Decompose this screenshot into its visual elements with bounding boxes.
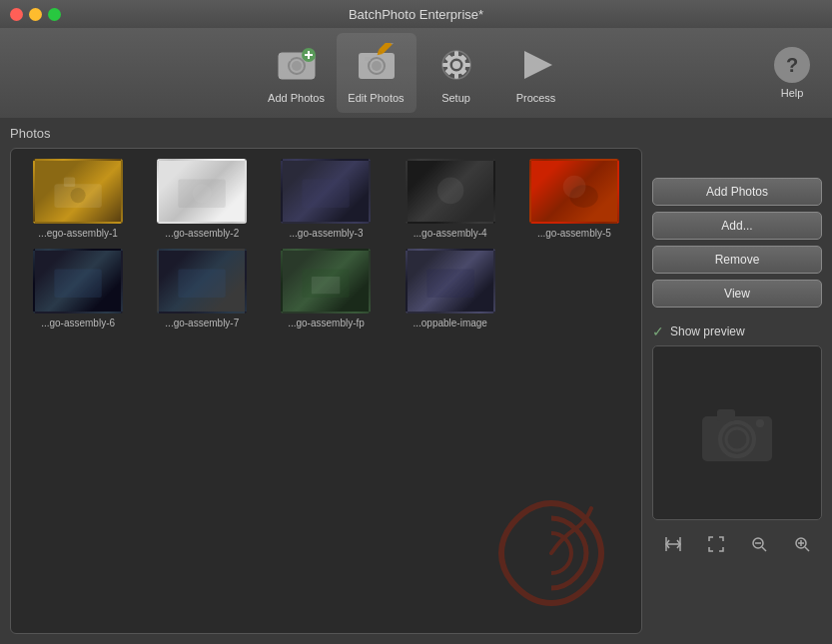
- svg-point-45: [756, 419, 764, 427]
- add-photos-action-button[interactable]: Add Photos: [652, 178, 822, 206]
- photo-thumb-8: [281, 249, 371, 314]
- watermark: [491, 493, 611, 613]
- photo-label-1: ...ego-assembly-1: [38, 228, 117, 239]
- zoom-in-button[interactable]: [788, 530, 816, 558]
- edit-photos-svg: [355, 43, 399, 87]
- toolbar-item-process[interactable]: Process: [496, 33, 576, 113]
- svg-point-33: [436, 178, 463, 205]
- photo-item-9[interactable]: ...oppable-image: [394, 249, 507, 328]
- preview-section: ✓ Show preview: [652, 323, 822, 558]
- main-content: ...ego-assembly-1 ...go-assembly-2 ...go…: [0, 148, 832, 644]
- svg-point-3: [292, 61, 302, 71]
- svg-rect-36: [54, 270, 101, 298]
- add-action-button[interactable]: Add...: [652, 212, 822, 240]
- svg-rect-4: [285, 57, 291, 61]
- process-icon: [513, 42, 559, 88]
- add-photos-icon: [274, 42, 320, 88]
- photos-label: Photos: [10, 126, 50, 141]
- svg-rect-17: [454, 51, 458, 57]
- svg-rect-32: [303, 180, 350, 208]
- photo-item-6[interactable]: ...go-assembly-6: [21, 249, 135, 328]
- edit-photos-label: Edit Photos: [348, 92, 404, 104]
- photo-thumb-3: [281, 159, 371, 224]
- photo-label-4: ...go-assembly-4: [414, 228, 487, 239]
- svg-point-31: [193, 184, 212, 203]
- traffic-lights: [10, 8, 61, 21]
- fit-width-button[interactable]: [659, 530, 687, 558]
- setup-label: Setup: [441, 92, 470, 104]
- photo-item-3[interactable]: ...go-assembly-3: [269, 159, 383, 239]
- svg-rect-37: [179, 270, 226, 298]
- zoom-out-button[interactable]: [745, 530, 773, 558]
- svg-rect-20: [464, 63, 470, 67]
- svg-rect-18: [454, 73, 458, 79]
- photo-item-5[interactable]: ...go-assembly-5: [517, 159, 631, 239]
- process-svg: [514, 43, 558, 87]
- photo-label-5: ...go-assembly-5: [537, 228, 611, 239]
- setup-icon: [433, 42, 479, 88]
- maximize-button[interactable]: [48, 8, 61, 21]
- view-action-button[interactable]: View: [652, 280, 822, 308]
- svg-marker-26: [524, 51, 552, 79]
- minimize-button[interactable]: [29, 8, 42, 21]
- svg-point-35: [563, 176, 586, 199]
- close-button[interactable]: [10, 8, 23, 21]
- svg-rect-19: [442, 63, 448, 67]
- process-label: Process: [516, 92, 556, 104]
- toolbar-item-setup[interactable]: Setup: [416, 33, 496, 113]
- photo-item-4[interactable]: ...go-assembly-4: [394, 159, 507, 239]
- window-title: BatchPhoto Enterprise*: [349, 7, 483, 22]
- photo-thumb-4: [406, 159, 495, 224]
- photos-section-header: Photos: [0, 118, 832, 148]
- svg-rect-40: [426, 270, 473, 298]
- help-label: Help: [781, 87, 804, 99]
- photo-label-9: ...oppable-image: [413, 318, 487, 328]
- help-button[interactable]: ? Help: [767, 47, 817, 99]
- right-panel: Add Photos Add... Remove View ✓ Show pre…: [652, 148, 822, 634]
- title-bar: BatchPhoto Enterprise*: [0, 0, 832, 28]
- toolbar-item-edit-photos[interactable]: Edit Photos: [337, 33, 416, 113]
- show-preview-checkmark: ✓: [652, 323, 664, 339]
- add-photos-svg: [275, 43, 319, 87]
- toolbar: Add Photos Edit Photos: [0, 28, 832, 118]
- remove-action-button[interactable]: Remove: [652, 246, 822, 274]
- photo-label-7: ...go-assembly-7: [165, 318, 239, 328]
- show-preview-label: Show preview: [670, 324, 745, 338]
- setup-svg: [434, 43, 478, 87]
- photo-label-8: ...go-assembly-fp: [288, 318, 365, 328]
- photo-thumb-1: [33, 159, 123, 224]
- camera-placeholder-icon: [697, 396, 777, 469]
- photo-item-2[interactable]: ...go-assembly-2: [145, 159, 259, 239]
- toolbar-item-add-photos[interactable]: Add Photos: [257, 33, 337, 113]
- photo-label-2: ...go-assembly-2: [165, 228, 239, 239]
- svg-line-53: [805, 547, 809, 551]
- svg-rect-39: [312, 277, 340, 294]
- photo-thumb-9: [406, 249, 495, 314]
- photos-panel: ...ego-assembly-1 ...go-assembly-2 ...go…: [10, 148, 642, 634]
- svg-line-50: [762, 547, 766, 551]
- help-icon: ?: [774, 47, 810, 83]
- photo-label-6: ...go-assembly-6: [41, 318, 115, 328]
- svg-rect-44: [717, 409, 735, 421]
- svg-point-29: [71, 188, 86, 203]
- svg-point-16: [452, 61, 460, 69]
- edit-photos-icon: [354, 42, 400, 88]
- add-photos-label: Add Photos: [268, 92, 325, 104]
- svg-point-10: [372, 61, 382, 71]
- photo-item-7[interactable]: ...go-assembly-7: [145, 249, 259, 328]
- photo-thumb-7: [157, 249, 247, 314]
- fit-all-button[interactable]: [702, 530, 730, 558]
- preview-box: [652, 345, 822, 520]
- photo-item-8[interactable]: ...go-assembly-fp: [269, 249, 383, 328]
- photo-item-1[interactable]: ...ego-assembly-1: [21, 159, 135, 239]
- photo-thumb-2: [157, 159, 247, 224]
- preview-controls: [652, 526, 822, 558]
- svg-rect-28: [64, 178, 75, 187]
- show-preview-row[interactable]: ✓ Show preview: [652, 323, 822, 339]
- photo-thumb-5: [529, 159, 619, 224]
- svg-rect-11: [365, 57, 371, 61]
- photo-label-3: ...go-assembly-3: [290, 228, 364, 239]
- photos-grid-container: ...ego-assembly-1 ...go-assembly-2 ...go…: [10, 148, 642, 634]
- photo-thumb-6: [33, 249, 123, 314]
- photos-grid: ...ego-assembly-1 ...go-assembly-2 ...go…: [21, 159, 631, 328]
